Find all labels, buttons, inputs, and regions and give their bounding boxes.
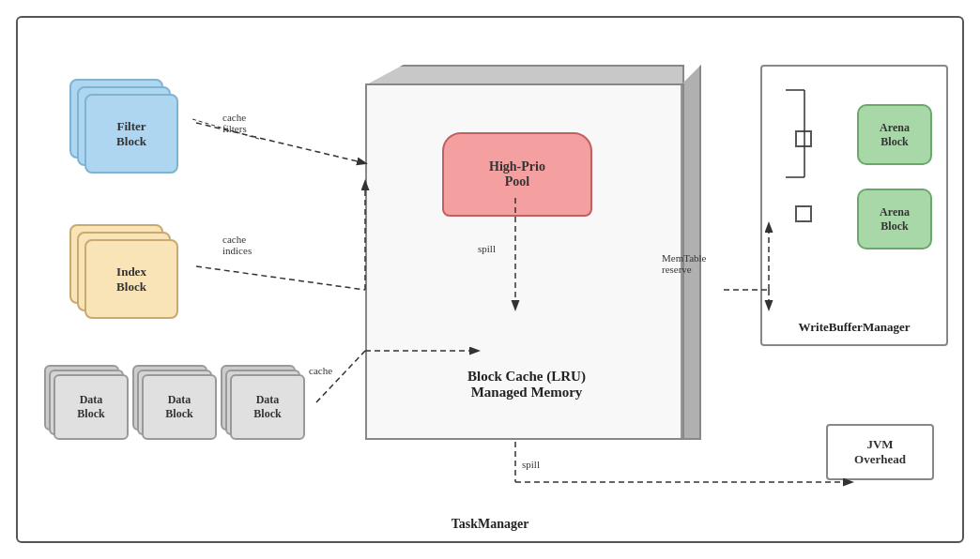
annotation-cache: cache xyxy=(309,365,332,376)
block-cache-label: Block Cache (LRU) Managed Memory xyxy=(367,369,686,400)
arena-block-2-label: ArenaBlock xyxy=(880,205,910,234)
high-prio-pool-label: High-PrioPool xyxy=(489,159,545,189)
data-block-front-2: DataBlock xyxy=(142,374,217,440)
annotation-memtable-reserve: MemTablereserve xyxy=(662,252,707,275)
annotation-cache-filters: cachefilters xyxy=(222,112,247,134)
arena-block-2: ArenaBlock xyxy=(857,189,932,249)
jvm-overhead-box: JVMOverhead xyxy=(826,424,934,480)
block-cache-line1: Block Cache (LRU) xyxy=(467,369,586,384)
annotation-spill-right: spill xyxy=(522,459,540,470)
data-block-front-1: DataBlock xyxy=(54,374,129,440)
filter-block-card-front: FilterBlock xyxy=(84,94,178,174)
block-cache-container: High-PrioPool Block Cache (LRU) Managed … xyxy=(346,65,703,440)
svg-line-1 xyxy=(196,266,365,290)
cache-top-face xyxy=(365,65,684,85)
index-block-label: IndexBlock xyxy=(116,264,146,295)
write-buffer-manager-container: ArenaBlock ArenaBlock WriteBufferManager xyxy=(760,65,948,346)
write-buffer-manager-label: WriteBufferManager xyxy=(762,320,946,335)
annotation-cache-indices: cacheindices xyxy=(222,234,252,256)
svg-line-0 xyxy=(196,123,365,163)
arena-block-1: ArenaBlock xyxy=(857,104,932,165)
taskmanager-label-text: TaskManager xyxy=(452,517,529,531)
data-block-stack-1: DataBlock xyxy=(44,365,129,440)
index-block-card-front: IndexBlock xyxy=(84,239,178,319)
jvm-overhead-label: JVMOverhead xyxy=(854,437,906,467)
connector-square-2 xyxy=(795,205,812,222)
data-block-stack-2: DataBlock xyxy=(132,365,217,440)
high-prio-pool: High-PrioPool xyxy=(442,132,592,217)
data-block-group: DataBlock DataBlock DataBlock xyxy=(44,365,305,440)
data-block-stack-3: DataBlock xyxy=(221,365,305,440)
data-block-front-3: DataBlock xyxy=(230,374,305,440)
connector-square-1 xyxy=(795,130,812,147)
annotation-spill-down: spill xyxy=(478,243,496,254)
cache-front-face: High-PrioPool Block Cache (LRU) Managed … xyxy=(365,83,684,440)
taskmanager-label: TaskManager xyxy=(452,517,529,532)
block-cache-line2: Managed Memory xyxy=(471,385,583,400)
arena-block-1-label: ArenaBlock xyxy=(880,121,910,149)
filter-block-label: FilterBlock xyxy=(116,119,146,149)
taskmanager-frame: FilterBlock IndexBlock DataBlock DataBlo… xyxy=(16,16,964,543)
